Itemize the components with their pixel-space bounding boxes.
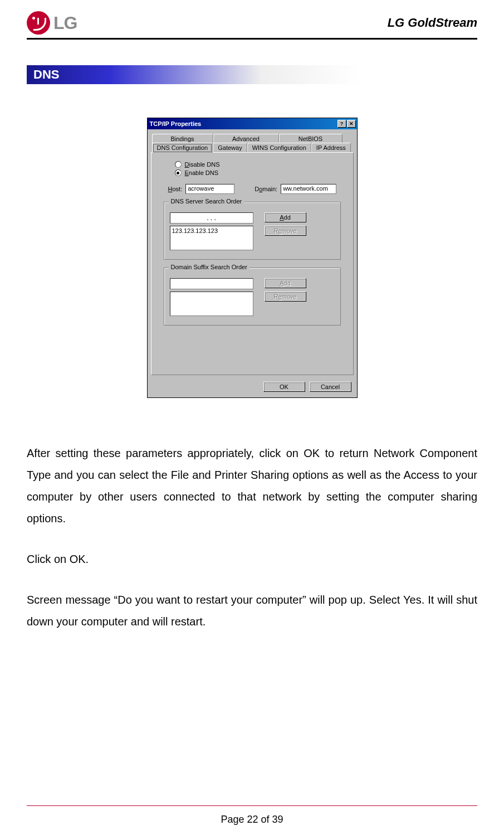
tab-ip-address[interactable]: IP Address bbox=[311, 143, 351, 152]
paragraph-2: Click on OK. bbox=[27, 548, 477, 570]
section-title: DNS bbox=[27, 65, 361, 84]
dns-remove-button[interactable]: Remove bbox=[265, 226, 306, 236]
lg-logo: LG bbox=[27, 11, 77, 35]
enable-dns-label: Enable DNS bbox=[185, 169, 219, 176]
cancel-button[interactable]: Cancel bbox=[310, 382, 351, 392]
radio-icon bbox=[175, 169, 182, 176]
paragraph-3: Screen message “Do you want to restart y… bbox=[27, 589, 477, 633]
disable-dns-label: Disable DNS bbox=[185, 161, 220, 168]
lg-logo-text: LG bbox=[53, 13, 77, 33]
dialog-title: TCP/IP Properties bbox=[150, 120, 202, 127]
tab-dns-configuration[interactable]: DNS Configuration bbox=[152, 143, 213, 153]
disable-dns-radio[interactable]: Disable DNS bbox=[175, 161, 345, 168]
page-footer: Page 22 of 39 bbox=[27, 805, 477, 826]
host-input[interactable]: acrowave bbox=[185, 184, 234, 194]
close-button[interactable]: ✕ bbox=[347, 120, 356, 128]
radio-icon bbox=[175, 161, 182, 168]
suffix-input[interactable] bbox=[170, 278, 253, 289]
tab-netbios[interactable]: NetBIOS bbox=[279, 134, 342, 143]
dns-search-order-group: DNS Server Search Order . . . Add 123.12… bbox=[164, 202, 341, 260]
suffix-group-title: Domain Suffix Search Order bbox=[169, 264, 249, 270]
paragraph-1: After setting these parameters appropria… bbox=[27, 443, 477, 530]
enable-dns-radio[interactable]: Enable DNS bbox=[175, 169, 345, 176]
dialog-titlebar[interactable]: TCP/IP Properties ? ✕ bbox=[148, 118, 357, 129]
domain-input[interactable]: ww.network.com bbox=[281, 184, 336, 194]
tab-bindings[interactable]: Bindings bbox=[152, 134, 213, 143]
lg-logo-icon bbox=[27, 11, 50, 35]
suffix-listbox[interactable] bbox=[170, 292, 253, 316]
product-name: LG GoldStream bbox=[388, 16, 477, 30]
ok-button[interactable]: OK bbox=[263, 382, 305, 392]
tab-wins-configuration[interactable]: WINS Configuration bbox=[247, 143, 311, 152]
help-button[interactable]: ? bbox=[337, 120, 346, 128]
tcpip-dialog: TCP/IP Properties ? ✕ Bindings Advanced … bbox=[147, 118, 358, 398]
dns-group-title: DNS Server Search Order bbox=[169, 198, 244, 205]
tab-advanced[interactable]: Advanced bbox=[213, 134, 279, 143]
dns-add-button[interactable]: Add bbox=[265, 212, 306, 222]
dns-listbox[interactable]: 123.123.123.123 bbox=[170, 226, 253, 250]
tab-gateway[interactable]: Gateway bbox=[213, 143, 247, 152]
page-header: LG LG GoldStream bbox=[27, 11, 477, 40]
suffix-add-button[interactable]: Add bbox=[265, 278, 306, 288]
body-text: After setting these parameters appropria… bbox=[27, 443, 477, 633]
domain-suffix-group: Domain Suffix Search Order Add Remove bbox=[164, 268, 341, 326]
dns-list-item[interactable]: 123.123.123.123 bbox=[172, 227, 251, 234]
host-label: Host: bbox=[168, 186, 183, 192]
suffix-remove-button[interactable]: Remove bbox=[265, 292, 306, 302]
dns-ip-input[interactable]: . . . bbox=[170, 212, 253, 224]
domain-label: Domain: bbox=[255, 186, 277, 192]
